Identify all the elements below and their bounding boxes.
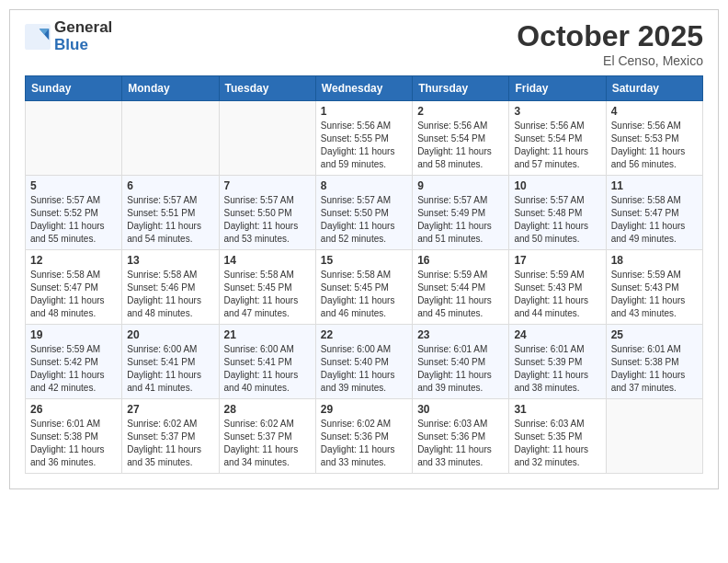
calendar-cell: 26Sunrise: 6:01 AMSunset: 5:38 PMDayligh… (26, 399, 122, 474)
day-info: Daylight: 11 hours and 49 minutes. (611, 220, 698, 246)
day-info: Sunset: 5:48 PM (514, 207, 600, 220)
day-info: Sunset: 5:52 PM (30, 207, 117, 220)
day-info: Sunrise: 5:56 AM (611, 120, 698, 132)
day-info: Sunrise: 5:56 AM (321, 120, 407, 132)
day-number: 16 (417, 254, 504, 267)
day-number: 25 (611, 328, 698, 341)
calendar-cell: 2Sunrise: 5:56 AMSunset: 5:54 PMDaylight… (413, 101, 509, 176)
day-number: 15 (321, 254, 407, 267)
calendar-week-3: 12Sunrise: 5:58 AMSunset: 5:47 PMDayligh… (26, 250, 703, 325)
day-info: Sunrise: 5:59 AM (30, 343, 117, 356)
day-info: Sunset: 5:49 PM (417, 207, 504, 220)
day-info: Sunrise: 6:01 AM (417, 343, 504, 356)
day-number: 13 (127, 254, 213, 267)
calendar-body: 1Sunrise: 5:56 AMSunset: 5:55 PMDaylight… (26, 101, 703, 474)
calendar-cell: 11Sunrise: 5:58 AMSunset: 5:47 PMDayligh… (606, 176, 702, 250)
logo-general: General (54, 18, 112, 36)
day-info: Sunrise: 6:00 AM (321, 343, 407, 356)
day-info: Sunrise: 5:57 AM (514, 194, 600, 207)
day-info: Daylight: 11 hours and 43 minutes. (611, 294, 698, 320)
day-info: Sunrise: 5:58 AM (321, 269, 407, 282)
day-info: Sunrise: 6:02 AM (127, 418, 213, 431)
weekday-header-tuesday: Tuesday (219, 76, 315, 101)
day-number: 10 (514, 179, 600, 192)
day-info: Daylight: 11 hours and 38 minutes. (514, 369, 600, 395)
calendar-cell: 5Sunrise: 5:57 AMSunset: 5:52 PMDaylight… (26, 176, 122, 250)
day-info: Daylight: 11 hours and 40 minutes. (224, 369, 311, 395)
day-info: Sunset: 5:39 PM (514, 356, 600, 369)
day-info: Sunrise: 5:58 AM (611, 194, 698, 207)
day-info: Sunset: 5:54 PM (417, 132, 504, 145)
calendar-cell: 22Sunrise: 6:00 AMSunset: 5:40 PMDayligh… (315, 325, 412, 399)
calendar-cell: 27Sunrise: 6:02 AMSunset: 5:37 PMDayligh… (122, 399, 219, 474)
day-info: Daylight: 11 hours and 48 minutes. (30, 294, 117, 320)
day-info: Daylight: 11 hours and 33 minutes. (417, 443, 504, 469)
day-number: 22 (321, 328, 407, 341)
day-info: Daylight: 11 hours and 53 minutes. (224, 220, 311, 246)
weekday-header-thursday: Thursday (413, 76, 509, 101)
calendar-cell: 7Sunrise: 5:57 AMSunset: 5:50 PMDaylight… (219, 176, 315, 250)
day-number: 14 (224, 254, 311, 267)
day-info: Sunrise: 5:57 AM (321, 194, 407, 207)
day-info: Daylight: 11 hours and 42 minutes. (30, 369, 117, 395)
day-info: Sunrise: 5:56 AM (514, 120, 600, 132)
day-info: Sunset: 5:47 PM (611, 207, 698, 220)
day-info: Daylight: 11 hours and 55 minutes. (30, 220, 117, 246)
day-info: Sunrise: 5:56 AM (417, 120, 504, 132)
title-block: October 2025 El Censo, Mexico (517, 19, 703, 68)
day-number: 5 (30, 179, 117, 192)
day-info: Sunrise: 6:01 AM (30, 418, 117, 431)
day-info: Daylight: 11 hours and 39 minutes. (417, 369, 504, 395)
day-info: Daylight: 11 hours and 58 minutes. (417, 145, 504, 171)
calendar-week-2: 5Sunrise: 5:57 AMSunset: 5:52 PMDaylight… (26, 176, 703, 250)
day-info: Daylight: 11 hours and 34 minutes. (224, 443, 311, 469)
day-info: Sunrise: 5:59 AM (417, 269, 504, 282)
day-info: Sunset: 5:50 PM (321, 207, 407, 220)
day-number: 2 (417, 105, 504, 118)
day-info: Sunrise: 5:57 AM (224, 194, 311, 207)
day-number: 1 (321, 105, 407, 118)
calendar-cell: 23Sunrise: 6:01 AMSunset: 5:40 PMDayligh… (413, 325, 509, 399)
calendar-cell (122, 101, 219, 176)
day-number: 20 (127, 328, 213, 341)
calendar-cell: 16Sunrise: 5:59 AMSunset: 5:44 PMDayligh… (413, 250, 509, 325)
day-info: Sunrise: 5:57 AM (417, 194, 504, 207)
day-info: Sunrise: 5:58 AM (30, 269, 117, 282)
day-number: 12 (30, 254, 117, 267)
calendar-cell: 20Sunrise: 6:00 AMSunset: 5:41 PMDayligh… (122, 325, 219, 399)
day-info: Sunrise: 5:58 AM (127, 269, 213, 282)
day-info: Sunset: 5:37 PM (224, 431, 311, 443)
page-header: General Blue October 2025 El Censo, Mexi… (25, 19, 703, 68)
weekday-header-row: SundayMondayTuesdayWednesdayThursdayFrid… (26, 76, 703, 101)
day-info: Sunrise: 6:01 AM (514, 343, 600, 356)
calendar-cell: 21Sunrise: 6:00 AMSunset: 5:41 PMDayligh… (219, 325, 315, 399)
day-number: 28 (224, 403, 311, 416)
day-info: Daylight: 11 hours and 41 minutes. (127, 369, 213, 395)
day-info: Daylight: 11 hours and 32 minutes. (514, 443, 600, 469)
day-info: Sunrise: 5:59 AM (611, 269, 698, 282)
calendar-cell: 8Sunrise: 5:57 AMSunset: 5:50 PMDaylight… (315, 176, 412, 250)
day-info: Sunset: 5:35 PM (514, 431, 600, 443)
calendar-cell: 24Sunrise: 6:01 AMSunset: 5:39 PMDayligh… (509, 325, 606, 399)
calendar-cell: 25Sunrise: 6:01 AMSunset: 5:38 PMDayligh… (606, 325, 702, 399)
day-number: 9 (417, 179, 504, 192)
calendar-cell: 15Sunrise: 5:58 AMSunset: 5:45 PMDayligh… (315, 250, 412, 325)
day-info: Sunset: 5:43 PM (514, 282, 600, 294)
calendar-cell: 9Sunrise: 5:57 AMSunset: 5:49 PMDaylight… (413, 176, 509, 250)
day-info: Sunset: 5:41 PM (224, 356, 311, 369)
day-number: 26 (30, 403, 117, 416)
day-number: 31 (514, 403, 600, 416)
day-info: Daylight: 11 hours and 57 minutes. (514, 145, 600, 171)
day-info: Daylight: 11 hours and 56 minutes. (611, 145, 698, 171)
day-info: Sunset: 5:45 PM (224, 282, 311, 294)
day-info: Sunset: 5:45 PM (321, 282, 407, 294)
day-info: Daylight: 11 hours and 51 minutes. (417, 220, 504, 246)
logo: General Blue (25, 19, 112, 53)
day-number: 11 (611, 179, 698, 192)
day-info: Sunset: 5:38 PM (30, 431, 117, 443)
day-info: Daylight: 11 hours and 35 minutes. (127, 443, 213, 469)
day-number: 27 (127, 403, 213, 416)
calendar-cell: 13Sunrise: 5:58 AMSunset: 5:46 PMDayligh… (122, 250, 219, 325)
day-info: Sunset: 5:40 PM (321, 356, 407, 369)
day-info: Sunset: 5:42 PM (30, 356, 117, 369)
